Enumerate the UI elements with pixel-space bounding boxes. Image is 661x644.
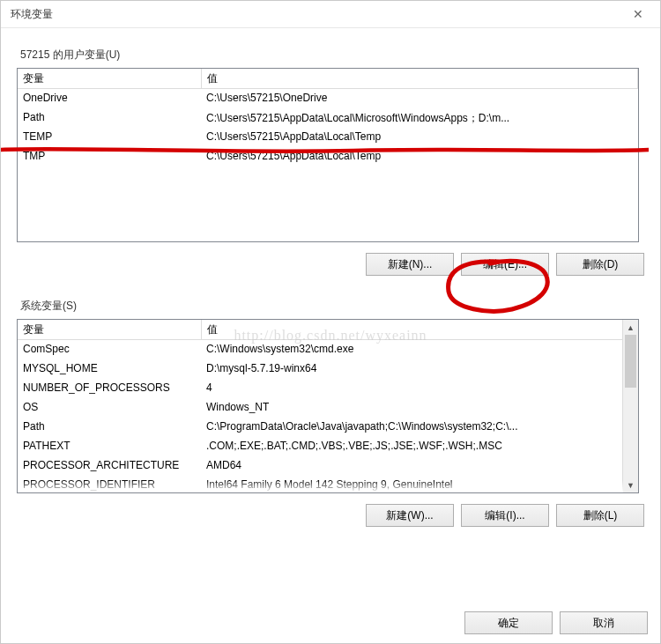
titlebar: 环境变量 ✕ <box>1 1 660 28</box>
ok-button[interactable]: 确定 <box>464 611 553 634</box>
system-vars-table[interactable]: 变量 值 ComSpecC:\Windows\system32\cmd.exeM… <box>17 319 639 493</box>
system-new-button[interactable]: 新建(W)... <box>366 504 454 527</box>
cell-value: AMD64 <box>201 456 638 476</box>
column-variable[interactable]: 变量 <box>18 69 202 88</box>
dialog-footer: 确定 取消 <box>464 611 648 634</box>
cell-value: C:\Users\57215\AppData\Local\Temp <box>201 128 638 147</box>
cell-variable: NUMBER_OF_PROCESSORS <box>18 379 201 398</box>
cell-variable: PROCESSOR_IDENTIFIER <box>18 476 201 493</box>
scroll-down-icon[interactable]: ▼ <box>623 477 638 492</box>
cell-variable: ComSpec <box>18 340 201 359</box>
scroll-up-icon[interactable]: ▲ <box>623 320 638 335</box>
user-vars-table[interactable]: 变量 值 OneDriveC:\Users\57215\OneDrivePath… <box>17 68 639 242</box>
scrollbar[interactable]: ▲ ▼ <box>622 320 638 492</box>
cell-value: D:\mysql-5.7.19-winx64 <box>201 359 638 379</box>
cell-value: C:\Users\57215\AppData\Local\Temp <box>201 147 638 167</box>
table-row[interactable]: TEMPC:\Users\57215\AppData\Local\Temp <box>18 128 638 147</box>
cell-variable: OneDrive <box>18 89 201 108</box>
env-var-dialog: 环境变量 ✕ 57215 的用户变量(U) 变量 值 OneDriveC:\Us… <box>0 0 661 644</box>
cell-variable: TEMP <box>18 128 201 147</box>
column-variable[interactable]: 变量 <box>18 320 202 339</box>
table-row[interactable]: PROCESSOR_ARCHITECTUREAMD64 <box>18 456 638 476</box>
table-row[interactable]: PathC:\ProgramData\Oracle\Java\javapath;… <box>18 418 638 437</box>
cancel-button[interactable]: 取消 <box>560 611 648 634</box>
user-new-button[interactable]: 新建(N)... <box>366 253 454 276</box>
system-vars-heading: 系统变量(S) <box>20 299 650 314</box>
column-value[interactable]: 值 <box>202 69 638 88</box>
cell-variable: PATHEXT <box>18 437 201 456</box>
cell-value: C:\Users\57215\AppData\Local\Microsoft\W… <box>201 108 638 128</box>
scroll-thumb[interactable] <box>625 335 636 388</box>
cell-value: C:\Windows\system32\cmd.exe <box>201 340 638 359</box>
dialog-body: 57215 的用户变量(U) 变量 值 OneDriveC:\Users\572… <box>1 48 660 541</box>
system-edit-button[interactable]: 编辑(I)... <box>461 504 549 527</box>
table-row[interactable]: TMPC:\Users\57215\AppData\Local\Temp <box>18 147 638 167</box>
cell-variable: OS <box>18 398 201 418</box>
cell-variable: MYSQL_HOME <box>18 359 201 379</box>
table-row[interactable]: OneDriveC:\Users\57215\OneDrive <box>18 89 638 108</box>
column-value[interactable]: 值 <box>202 320 638 339</box>
cell-value: Intel64 Family 6 Model 142 Stepping 9, G… <box>201 476 638 493</box>
table-row[interactable]: PROCESSOR_IDENTIFIERIntel64 Family 6 Mod… <box>18 476 638 493</box>
system-vars-tbody: ComSpecC:\Windows\system32\cmd.exeMYSQL_… <box>18 340 638 493</box>
table-row[interactable]: NUMBER_OF_PROCESSORS4 <box>18 379 638 398</box>
table-row[interactable]: ComSpecC:\Windows\system32\cmd.exe <box>18 340 638 359</box>
cell-variable: PROCESSOR_ARCHITECTURE <box>18 456 201 476</box>
user-vars-buttons: 新建(N)... 编辑(E)... 删除(D) <box>17 242 644 279</box>
window-title: 环境变量 <box>11 7 53 22</box>
table-row[interactable]: OSWindows_NT <box>18 398 638 418</box>
system-delete-button[interactable]: 删除(L) <box>556 504 644 527</box>
cell-value: 4 <box>201 379 638 398</box>
table-header: 变量 值 <box>18 320 638 340</box>
user-delete-button[interactable]: 删除(D) <box>556 253 644 276</box>
system-vars-buttons: 新建(W)... 编辑(I)... 删除(L) <box>17 493 644 530</box>
cell-value: C:\Users\57215\OneDrive <box>201 89 638 108</box>
close-icon[interactable]: ✕ <box>625 7 651 21</box>
table-row[interactable]: PATHEXT.COM;.EXE;.BAT;.CMD;.VBS;.VBE;.JS… <box>18 437 638 456</box>
table-header: 变量 值 <box>18 69 638 89</box>
cell-value: Windows_NT <box>201 398 638 418</box>
user-vars-heading: 57215 的用户变量(U) <box>20 48 650 63</box>
user-vars-tbody: OneDriveC:\Users\57215\OneDrivePathC:\Us… <box>18 89 638 167</box>
cell-value: .COM;.EXE;.BAT;.CMD;.VBS;.VBE;.JS;.JSE;.… <box>201 437 638 456</box>
table-row[interactable]: PathC:\Users\57215\AppData\Local\Microso… <box>18 108 638 128</box>
table-row[interactable]: MYSQL_HOMED:\mysql-5.7.19-winx64 <box>18 359 638 379</box>
user-edit-button[interactable]: 编辑(E)... <box>461 253 549 276</box>
cell-variable: TMP <box>18 147 201 167</box>
cell-variable: Path <box>18 108 201 128</box>
cell-value: C:\ProgramData\Oracle\Java\javapath;C:\W… <box>201 418 638 437</box>
cell-variable: Path <box>18 418 201 437</box>
